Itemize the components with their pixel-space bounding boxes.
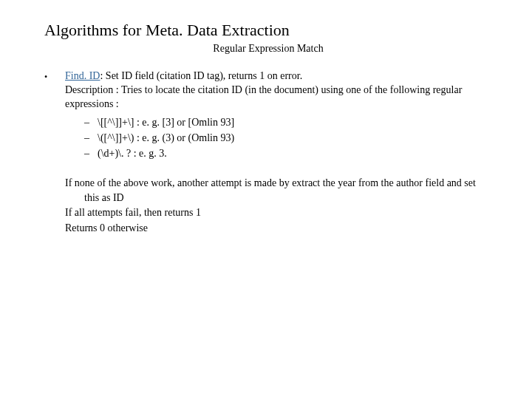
regex-list: \[[^\]]+\] : e. g. [3] or [Omlin 93] \([… <box>65 115 492 161</box>
fn-sep: : <box>100 70 105 81</box>
function-name: Find. ID <box>65 70 100 81</box>
description-line: Description : Tries to locate the citati… <box>65 83 492 112</box>
function-line: Find. ID: Set ID field (citation ID tag)… <box>65 69 492 83</box>
slide-subtitle: Regular Expression Match <box>44 43 492 55</box>
notes-block: If none of the above work, another attem… <box>65 176 492 236</box>
bullet-marker: • <box>44 69 65 236</box>
function-summary: Set ID field (citation ID tag), returns … <box>106 70 302 81</box>
description-label: Description : <box>65 84 119 95</box>
description-text: Tries to locate the citation ID (in the … <box>65 84 462 109</box>
note-line: Returns 0 otherwise <box>65 221 492 236</box>
note-line: If none of the above work, another attem… <box>65 176 492 206</box>
regex-item: \[[^\]]+\] : e. g. [3] or [Omlin 93] <box>65 115 492 130</box>
note-line: If all attempts fail, then returns 1 <box>65 205 492 220</box>
slide-title: Algorithms for Meta. Data Extraction <box>44 21 492 40</box>
regex-item: \([^\]]+\) : e. g. (3) or (Omlin 93) <box>65 130 492 146</box>
regex-item: (\d+)\. ? : e. g. 3. <box>65 146 492 161</box>
